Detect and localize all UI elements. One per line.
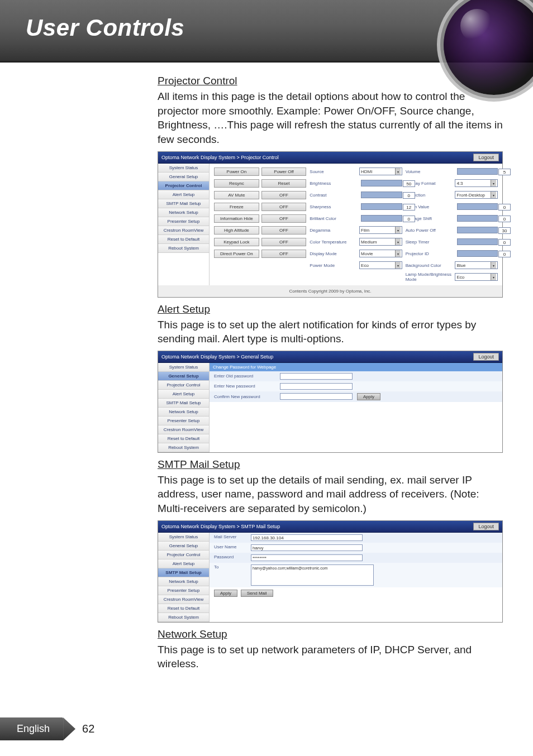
lamp-mode-select[interactable]: Eco — [455, 273, 498, 281]
power-mode-select[interactable]: Eco — [359, 261, 402, 269]
password-field[interactable]: ******** — [251, 554, 363, 561]
nav-projector-control[interactable]: Projector Control — [158, 551, 209, 559]
freeze-button[interactable]: Freeze — [214, 203, 259, 211]
color-temp-select[interactable]: Medium — [359, 238, 402, 246]
nav-reset-default[interactable]: Reset to Default — [158, 235, 209, 244]
sharpness-slider[interactable]: 12 — [361, 203, 402, 210]
heading-projector-control: Projector Control — [158, 75, 505, 87]
power-off-button[interactable]: Power Off — [261, 168, 307, 176]
alert-panel: Change Password for Webpage Enter Old pa… — [210, 363, 502, 452]
nav-reboot-system[interactable]: Reboot System — [158, 244, 209, 253]
logout-button[interactable]: Logout — [473, 154, 499, 161]
nav-projector-control[interactable]: Projector Control — [158, 381, 209, 390]
volume-value: 5 — [498, 169, 511, 175]
sharpness-label: Sharpness — [310, 204, 359, 209]
send-mail-button[interactable]: Send Mail — [241, 590, 273, 597]
logout-button[interactable]: Logout — [473, 523, 499, 530]
keypad-lock-button[interactable]: Keypad Lock — [214, 238, 259, 246]
nav-system-status[interactable]: System Status — [158, 533, 209, 542]
direct-power-button[interactable]: Direct Power On — [214, 250, 259, 258]
nav-reset-default[interactable]: Reset to Default — [158, 434, 209, 443]
screenshot-alert-setup: Optoma Network Display System > General … — [158, 351, 503, 453]
nav-system-status[interactable]: System Status — [158, 164, 209, 173]
nav-presenter-setup[interactable]: Presenter Setup — [158, 417, 209, 425]
chevron-down-icon — [395, 227, 401, 233]
auto-off-slider[interactable]: 30 — [457, 226, 498, 234]
to-textarea[interactable]: harvy@yahoo.com;william@coretronic.com — [251, 564, 374, 586]
high-altitude-button[interactable]: High Altitude — [214, 226, 259, 235]
side-nav: System Status General Setup Projector Co… — [158, 363, 210, 452]
pc-col-1: Power OnPower Off ResyncReset AV MuteOFF… — [214, 167, 306, 282]
nav-general-setup[interactable]: General Setup — [158, 372, 209, 381]
contrast-slider[interactable]: 0 — [361, 191, 402, 199]
power-on-button[interactable]: Power On — [214, 168, 259, 176]
old-password-field[interactable] — [280, 373, 353, 380]
alert-panel-header: Change Password for Webpage — [210, 363, 502, 371]
display-format-select[interactable]: 4:3 — [455, 179, 498, 187]
nav-reboot-system[interactable]: Reboot System — [158, 443, 209, 452]
reset-button[interactable]: Reset — [261, 179, 307, 188]
brightness-label: Brightness — [310, 181, 359, 186]
nav-reset-default[interactable]: Reset to Default — [158, 604, 209, 613]
nav-alert-setup[interactable]: Alert Setup — [158, 190, 209, 199]
nav-alert-setup[interactable]: Alert Setup — [158, 390, 209, 399]
footer: English 62 — [0, 717, 94, 740]
resync-button[interactable]: Resync — [214, 179, 259, 188]
bg-color-label: Background Color — [406, 263, 453, 268]
nav-smtp-mail-setup[interactable]: SMTP Mail Setup — [158, 568, 209, 577]
body-smtp-mail-setup: This page is to set up the details of ma… — [158, 473, 505, 516]
sleep-value: 0 — [498, 239, 511, 246]
zoom-slider[interactable]: 0 — [457, 203, 498, 210]
volume-slider[interactable]: 5 — [457, 168, 498, 175]
shot-breadcrumb: Optoma Network Display System > SMTP Mai… — [161, 524, 280, 529]
confirm-password-field[interactable] — [280, 393, 353, 400]
power-mode-label: Power Mode — [310, 263, 357, 268]
nav-presenter-setup[interactable]: Presenter Setup — [158, 217, 209, 226]
source-select[interactable]: HDMI — [359, 168, 402, 175]
sleep-label: Sleep Timer — [406, 240, 455, 245]
chevron-down-icon — [395, 262, 401, 269]
info-hide-state: OFF — [261, 214, 307, 223]
logout-button[interactable]: Logout — [473, 353, 499, 361]
bg-color-select[interactable]: Blue — [455, 261, 498, 269]
apply-button[interactable]: Apply — [357, 393, 380, 400]
nav-network-setup[interactable]: Network Setup — [158, 208, 209, 217]
projection-value: Front-Desktop — [456, 193, 485, 198]
mail-server-field[interactable]: 192.168.30.104 — [251, 534, 363, 541]
apply-button[interactable]: Apply — [214, 590, 237, 597]
projector-id-slider[interactable]: 0 — [457, 250, 498, 257]
heading-network-setup: Network Setup — [158, 628, 505, 640]
degamma-select[interactable]: Film — [359, 226, 402, 234]
nav-projector-control[interactable]: Projector Control — [158, 181, 209, 190]
nav-presenter-setup[interactable]: Presenter Setup — [158, 586, 209, 595]
smtp-panel: Mail Server192.168.30.104 User Nameharvy… — [210, 533, 502, 622]
display-mode-select[interactable]: Movie — [359, 250, 402, 257]
user-name-field[interactable]: harvy — [251, 544, 363, 551]
side-nav: System Status General Setup Projector Co… — [158, 164, 210, 285]
av-mute-button[interactable]: AV Mute — [214, 191, 259, 199]
projection-select[interactable]: Front-Desktop — [455, 191, 498, 199]
nav-reboot-system[interactable]: Reboot System — [158, 613, 209, 622]
nav-system-status[interactable]: System Status — [158, 363, 209, 372]
nav-network-setup[interactable]: Network Setup — [158, 577, 209, 586]
nav-general-setup[interactable]: General Setup — [158, 173, 209, 181]
display-format-value: 4:3 — [456, 181, 463, 186]
nav-crestron-roomview[interactable]: Crestron RoomView — [158, 226, 209, 235]
vshift-slider[interactable]: 0 — [457, 214, 498, 222]
lamp-mode-value: Eco — [456, 275, 464, 280]
nav-crestron-roomview[interactable]: Crestron RoomView — [158, 425, 209, 434]
nav-smtp-mail-setup[interactable]: SMTP Mail Setup — [158, 399, 209, 408]
nav-crestron-roomview[interactable]: Crestron RoomView — [158, 595, 209, 604]
brightness-slider[interactable]: 50 — [361, 179, 402, 187]
info-hide-button[interactable]: Information Hide — [214, 214, 259, 223]
password-label: Password — [214, 554, 246, 559]
display-mode-label: Display Mode — [310, 251, 357, 256]
brilliant-slider[interactable]: 0 — [361, 214, 402, 222]
sharpness-value: 12 — [403, 204, 415, 210]
nav-network-setup[interactable]: Network Setup — [158, 408, 209, 417]
new-password-field[interactable] — [280, 383, 353, 390]
nav-alert-setup[interactable]: Alert Setup — [158, 559, 209, 568]
sleep-slider[interactable]: 0 — [457, 238, 498, 246]
nav-general-setup[interactable]: General Setup — [158, 542, 209, 551]
nav-smtp-mail-setup[interactable]: SMTP Mail Setup — [158, 199, 209, 208]
